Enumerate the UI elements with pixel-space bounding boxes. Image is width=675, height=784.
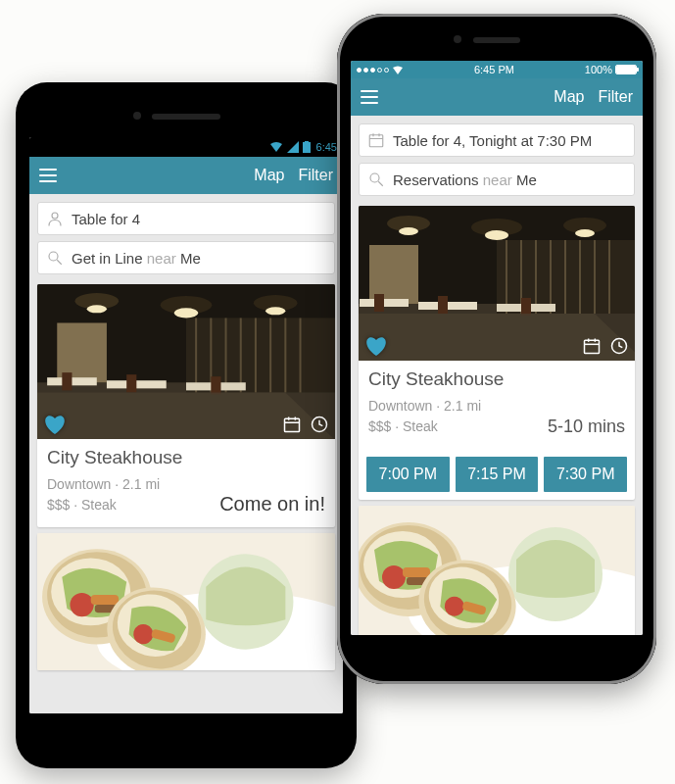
- restaurant-name: City Steakhouse: [368, 368, 625, 390]
- filter-button[interactable]: Filter: [298, 167, 333, 184]
- svg-rect-49: [369, 135, 383, 147]
- restaurant-photo: [37, 284, 335, 439]
- search-text: Reservations near Me: [393, 172, 537, 188]
- svg-point-21: [174, 308, 198, 318]
- availability-status: Come on in!: [219, 493, 325, 515]
- svg-rect-78: [521, 298, 531, 316]
- android-screen: 6:45 Map Filter Table for 4 Get in Line …: [29, 137, 343, 713]
- status-time: 6:45: [316, 141, 337, 153]
- app-header: Map Filter: [351, 78, 643, 116]
- iphone-app-body[interactable]: Table for 4, Tonight at 7:30 PM Reservat…: [351, 116, 643, 635]
- svg-rect-42: [91, 595, 119, 605]
- reservation-text: Table for 4, Tonight at 7:30 PM: [393, 132, 592, 149]
- calendar-icon[interactable]: [282, 415, 302, 434]
- ios-status-bar: 6:45 PM 100%: [351, 61, 643, 78]
- restaurant-card[interactable]: [359, 506, 635, 635]
- party-size-input[interactable]: Table for 4: [37, 202, 335, 235]
- phone-speaker: [152, 114, 220, 120]
- svg-rect-92: [403, 567, 430, 577]
- wifi-icon: [392, 66, 404, 74]
- svg-point-72: [575, 229, 595, 237]
- reservation-input[interactable]: Table for 4, Tonight at 7:30 PM: [359, 123, 635, 157]
- battery-percent: 100%: [585, 64, 612, 75]
- svg-rect-24: [107, 380, 167, 388]
- svg-rect-1: [305, 141, 309, 143]
- restaurant-meta: Downtown · 2.1 mi $$$ · Steak: [368, 396, 481, 437]
- menu-icon[interactable]: [361, 90, 378, 104]
- svg-rect-28: [211, 376, 220, 394]
- status-time: 6:45 PM: [474, 64, 514, 75]
- svg-line-54: [378, 181, 383, 186]
- svg-rect-30: [285, 418, 300, 431]
- svg-rect-8: [186, 318, 335, 392]
- battery-icon: [615, 65, 637, 74]
- map-button[interactable]: Map: [554, 88, 584, 106]
- menu-icon[interactable]: [39, 169, 57, 182]
- svg-point-53: [370, 173, 379, 182]
- calendar-icon: [367, 131, 385, 149]
- time-slot-button[interactable]: 7:30 PM: [544, 457, 627, 492]
- svg-point-91: [382, 565, 406, 589]
- signal-icon: [287, 141, 299, 153]
- time-slots: 7:00 PM 7:15 PM 7:30 PM: [359, 449, 635, 500]
- svg-point-70: [399, 227, 418, 235]
- svg-rect-80: [585, 340, 600, 353]
- svg-rect-26: [62, 372, 72, 390]
- phone-camera: [133, 112, 141, 120]
- restaurant-name: City Steakhouse: [47, 447, 325, 468]
- svg-point-22: [265, 307, 285, 315]
- svg-rect-77: [438, 296, 448, 314]
- svg-point-71: [485, 230, 508, 240]
- phone-speaker: [473, 37, 520, 43]
- filter-button[interactable]: Filter: [598, 88, 633, 106]
- restaurant-card[interactable]: [37, 533, 335, 670]
- signal-icon: [357, 68, 389, 73]
- restaurant-photo: [359, 206, 635, 361]
- wait-time: 5-10 mins: [548, 416, 625, 437]
- svg-point-3: [49, 252, 58, 261]
- search-input[interactable]: Reservations near Me: [359, 163, 635, 196]
- wifi-icon: [269, 141, 283, 153]
- restaurant-photo: [37, 533, 335, 670]
- svg-point-41: [70, 593, 93, 616]
- app-header: Map Filter: [29, 157, 343, 194]
- android-phone-frame: 6:45 Map Filter Table for 4 Get in Line …: [16, 82, 357, 768]
- svg-rect-76: [374, 294, 384, 312]
- party-size-text: Table for 4: [72, 211, 140, 227]
- restaurant-meta: Downtown · 2.1 mi $$$ · Steak: [47, 474, 160, 515]
- iphone-frame: 6:45 PM 100% Map Filter Table for 4, Ton…: [337, 14, 656, 684]
- svg-point-2: [52, 213, 58, 219]
- battery-icon: [303, 141, 311, 153]
- restaurant-photo: [359, 506, 635, 635]
- iphone-screen: 6:45 PM 100% Map Filter Table for 4, Ton…: [351, 61, 643, 635]
- android-status-bar: 6:45: [29, 137, 343, 157]
- favorite-icon[interactable]: [364, 335, 388, 357]
- search-icon: [367, 171, 385, 188]
- svg-rect-27: [126, 374, 136, 392]
- time-slot-button[interactable]: 7:00 PM: [366, 457, 450, 492]
- clock-icon[interactable]: [310, 415, 329, 434]
- search-input[interactable]: Get in Line near Me: [37, 241, 335, 274]
- map-button[interactable]: Map: [254, 167, 284, 184]
- calendar-icon[interactable]: [582, 336, 602, 356]
- favorite-icon[interactable]: [43, 414, 67, 435]
- phone-camera: [454, 35, 461, 43]
- search-icon: [46, 249, 64, 267]
- svg-point-20: [87, 305, 107, 313]
- clock-icon[interactable]: [609, 336, 629, 356]
- person-icon: [46, 210, 64, 227]
- android-app-body[interactable]: Table for 4 Get in Line near Me: [29, 194, 343, 713]
- restaurant-card[interactable]: City Steakhouse Downtown · 2.1 mi $$$ · …: [359, 206, 635, 500]
- svg-line-4: [57, 260, 62, 265]
- time-slot-button[interactable]: 7:15 PM: [456, 457, 539, 492]
- search-text: Get in Line near Me: [72, 250, 201, 267]
- svg-rect-0: [303, 142, 311, 153]
- restaurant-card[interactable]: City Steakhouse Downtown · 2.1 mi $$$ · …: [37, 284, 335, 527]
